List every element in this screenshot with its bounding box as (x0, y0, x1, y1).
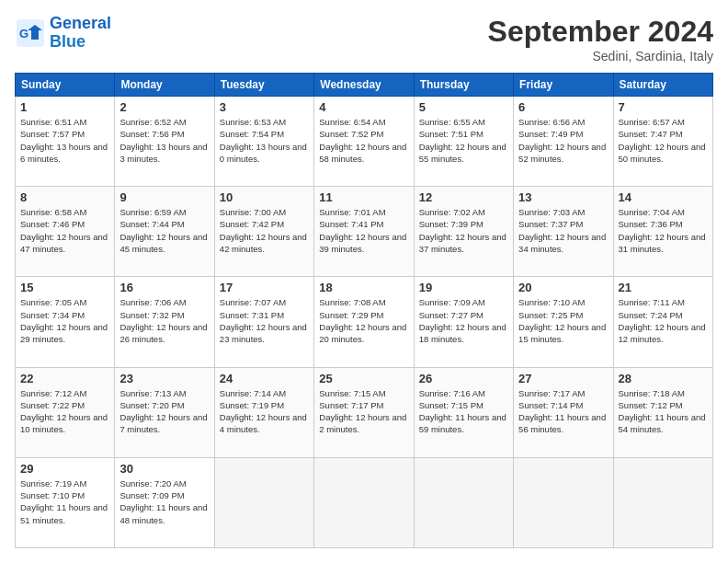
day-number: 25 (319, 372, 408, 385)
calendar-cell: 8 Sunrise: 6:58 AM Sunset: 7:46 PM Dayli… (16, 187, 115, 277)
daylight-label: Daylight: 12 hours and 58 minutes. (319, 142, 406, 164)
sunrise-label: Sunrise: 7:09 AM (419, 297, 485, 307)
day-info: Sunrise: 7:16 AM Sunset: 7:15 PM Dayligh… (419, 387, 508, 436)
sunset-label: Sunset: 7:57 PM (20, 129, 85, 139)
calendar-cell: 21 Sunrise: 7:11 AM Sunset: 7:24 PM Dayl… (613, 277, 712, 367)
calendar-cell (214, 457, 313, 547)
day-number: 18 (319, 281, 408, 294)
day-info: Sunrise: 7:10 AM Sunset: 7:25 PM Dayligh… (518, 296, 608, 345)
calendar-cell: 15 Sunrise: 7:05 AM Sunset: 7:34 PM Dayl… (16, 277, 115, 367)
day-number: 26 (419, 372, 508, 385)
day-info: Sunrise: 6:58 AM Sunset: 7:46 PM Dayligh… (20, 206, 109, 255)
daylight-label: Daylight: 11 hours and 59 minutes. (419, 412, 506, 434)
day-number: 14 (619, 190, 708, 204)
sunset-label: Sunset: 7:39 PM (419, 219, 483, 229)
calendar-cell: 19 Sunrise: 7:09 AM Sunset: 7:27 PM Dayl… (414, 277, 513, 367)
day-number: 15 (20, 281, 109, 294)
day-number: 13 (518, 190, 608, 204)
sunrise-label: Sunrise: 6:57 AM (619, 117, 685, 127)
day-info: Sunrise: 6:57 AM Sunset: 7:47 PM Dayligh… (619, 116, 708, 165)
daylight-label: Daylight: 12 hours and 34 minutes. (518, 232, 606, 254)
sunrise-label: Sunrise: 7:19 AM (20, 478, 86, 488)
day-info: Sunrise: 7:04 AM Sunset: 7:36 PM Dayligh… (619, 206, 708, 255)
daylight-label: Daylight: 12 hours and 45 minutes. (119, 232, 207, 254)
day-number: 27 (518, 372, 608, 385)
sunrise-label: Sunrise: 7:03 AM (518, 207, 585, 217)
calendar-cell: 24 Sunrise: 7:14 AM Sunset: 7:19 PM Dayl… (214, 367, 313, 457)
header-row: Sunday Monday Tuesday Wednesday Thursday… (16, 74, 713, 97)
sunrise-label: Sunrise: 7:00 AM (220, 207, 286, 217)
sunrise-label: Sunrise: 7:06 AM (119, 297, 186, 307)
calendar-cell: 9 Sunrise: 6:59 AM Sunset: 7:44 PM Dayli… (115, 187, 214, 277)
col-sunday: Sunday (16, 74, 115, 97)
logo-icon: G (15, 17, 46, 49)
day-number: 10 (220, 190, 309, 204)
calendar-cell: 3 Sunrise: 6:53 AM Sunset: 7:54 PM Dayli… (214, 97, 313, 187)
calendar-cell: 20 Sunrise: 7:10 AM Sunset: 7:25 PM Dayl… (514, 277, 613, 367)
header: G GeneralBlue September 2024 Sedini, Sar… (15, 15, 713, 63)
col-wednesday: Wednesday (314, 74, 414, 97)
logo: G GeneralBlue (15, 15, 111, 52)
sunset-label: Sunset: 7:20 PM (119, 400, 184, 410)
sunset-label: Sunset: 7:51 PM (419, 129, 483, 139)
col-tuesday: Tuesday (214, 74, 313, 97)
sunset-label: Sunset: 7:17 PM (319, 400, 383, 410)
day-number: 5 (419, 100, 508, 114)
daylight-label: Daylight: 13 hours and 0 minutes. (220, 142, 307, 164)
calendar-cell: 25 Sunrise: 7:15 AM Sunset: 7:17 PM Dayl… (314, 367, 414, 457)
calendar-cell: 27 Sunrise: 7:17 AM Sunset: 7:14 PM Dayl… (514, 367, 613, 457)
daylight-label: Daylight: 11 hours and 54 minutes. (619, 412, 706, 434)
day-info: Sunrise: 7:13 AM Sunset: 7:20 PM Dayligh… (119, 387, 209, 436)
sunset-label: Sunset: 7:12 PM (619, 400, 683, 410)
sunrise-label: Sunrise: 7:17 AM (518, 388, 585, 398)
sunrise-label: Sunrise: 7:11 AM (619, 297, 685, 307)
calendar-cell (414, 457, 513, 547)
day-number: 3 (220, 100, 309, 114)
sunrise-label: Sunrise: 7:15 AM (319, 388, 385, 398)
day-number: 23 (119, 372, 209, 385)
day-number: 2 (119, 100, 209, 114)
daylight-label: Daylight: 11 hours and 56 minutes. (518, 412, 606, 434)
sunset-label: Sunset: 7:22 PM (20, 400, 85, 410)
sunrise-label: Sunrise: 7:01 AM (319, 207, 385, 217)
calendar-cell: 18 Sunrise: 7:08 AM Sunset: 7:29 PM Dayl… (314, 277, 414, 367)
daylight-label: Daylight: 12 hours and 26 minutes. (119, 322, 207, 344)
sunset-label: Sunset: 7:19 PM (220, 400, 284, 410)
col-thursday: Thursday (414, 74, 513, 97)
sunset-label: Sunset: 7:42 PM (220, 219, 284, 229)
day-number: 8 (20, 190, 109, 204)
day-info: Sunrise: 7:06 AM Sunset: 7:32 PM Dayligh… (119, 296, 209, 345)
calendar-cell (314, 457, 414, 547)
sunrise-label: Sunrise: 7:04 AM (619, 207, 685, 217)
sunrise-label: Sunrise: 6:51 AM (20, 117, 86, 127)
day-info: Sunrise: 7:18 AM Sunset: 7:12 PM Dayligh… (619, 387, 708, 436)
calendar-cell: 29 Sunrise: 7:19 AM Sunset: 7:10 PM Dayl… (16, 457, 115, 547)
calendar-cell: 26 Sunrise: 7:16 AM Sunset: 7:15 PM Dayl… (414, 367, 513, 457)
day-number: 30 (119, 462, 209, 476)
location: Sedini, Sardinia, Italy (488, 49, 713, 63)
calendar-cell: 13 Sunrise: 7:03 AM Sunset: 7:37 PM Dayl… (514, 187, 613, 277)
day-number: 28 (619, 372, 708, 385)
sunset-label: Sunset: 7:32 PM (119, 310, 184, 320)
calendar-cell: 10 Sunrise: 7:00 AM Sunset: 7:42 PM Dayl… (214, 187, 313, 277)
svg-text:G: G (19, 27, 28, 40)
page: G GeneralBlue September 2024 Sedini, Sar… (0, 0, 728, 563)
daylight-label: Daylight: 12 hours and 2 minutes. (319, 412, 406, 434)
daylight-label: Daylight: 13 hours and 3 minutes. (119, 142, 207, 164)
month-title: September 2024 (488, 15, 713, 49)
calendar-cell: 4 Sunrise: 6:54 AM Sunset: 7:52 PM Dayli… (314, 97, 414, 187)
sunset-label: Sunset: 7:14 PM (518, 400, 583, 410)
sunrise-label: Sunrise: 7:16 AM (419, 388, 485, 398)
day-number: 12 (419, 190, 508, 204)
day-info: Sunrise: 7:03 AM Sunset: 7:37 PM Dayligh… (518, 206, 608, 255)
sunset-label: Sunset: 7:46 PM (20, 219, 85, 229)
day-info: Sunrise: 7:14 AM Sunset: 7:19 PM Dayligh… (220, 387, 309, 436)
day-info: Sunrise: 7:08 AM Sunset: 7:29 PM Dayligh… (319, 296, 408, 345)
daylight-label: Daylight: 12 hours and 39 minutes. (319, 232, 406, 254)
sunset-label: Sunset: 7:29 PM (319, 310, 383, 320)
calendar-cell: 16 Sunrise: 7:06 AM Sunset: 7:32 PM Dayl… (115, 277, 214, 367)
day-number: 4 (319, 100, 408, 114)
sunrise-label: Sunrise: 7:13 AM (119, 388, 186, 398)
daylight-label: Daylight: 12 hours and 10 minutes. (20, 412, 108, 434)
sunset-label: Sunset: 7:09 PM (119, 490, 184, 500)
